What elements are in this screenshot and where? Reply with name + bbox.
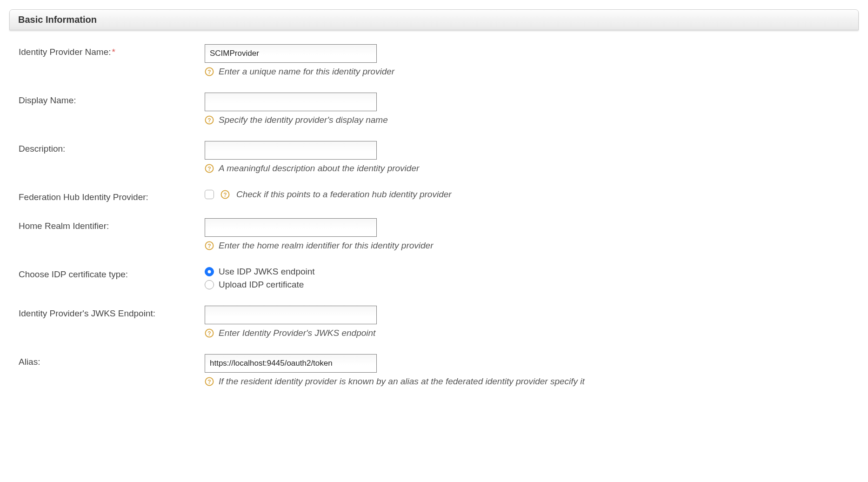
alias-input[interactable] — [205, 354, 377, 373]
row-home-realm: Home Realm Identifier: Enter the home re… — [19, 218, 849, 251]
help-icon[interactable] — [205, 241, 214, 250]
radio-option-upload[interactable]: Upload IDP certificate — [205, 280, 849, 290]
label-idp-name: Identity Provider Name:* — [19, 44, 205, 57]
required-star: * — [112, 47, 115, 57]
radio-upload[interactable] — [205, 280, 214, 289]
row-display-name: Display Name: Specify the identity provi… — [19, 93, 849, 125]
hint-jwks-endpoint: Enter Identity Provider's JWKS endpoint — [219, 328, 375, 338]
help-icon[interactable] — [220, 190, 230, 199]
hint-home-realm: Enter the home realm identifier for this… — [219, 241, 434, 251]
radio-option-jwks[interactable]: Use IDP JWKS endpoint — [205, 267, 849, 277]
label-alias: Alias: — [19, 354, 205, 367]
help-icon[interactable] — [205, 67, 214, 76]
section-header: Basic Information — [9, 9, 859, 30]
hint-alias: If the resident identity provider is kno… — [219, 376, 585, 387]
help-icon[interactable] — [205, 377, 214, 386]
hint-idp-name: Enter a unique name for this identity pr… — [219, 67, 394, 77]
row-federation-hub: Federation Hub Identity Provider: Check … — [19, 189, 849, 202]
cert-type-radio-group: Use IDP JWKS endpoint Upload IDP certifi… — [205, 267, 849, 290]
label-home-realm: Home Realm Identifier: — [19, 218, 205, 231]
hint-federation-hub: Check if this points to a federation hub… — [236, 189, 452, 200]
federation-hub-checkbox[interactable] — [205, 190, 214, 199]
basic-info-form: Identity Provider Name:* Enter a unique … — [0, 30, 868, 412]
row-jwks-endpoint: Identity Provider's JWKS Endpoint: Enter… — [19, 306, 849, 338]
display-name-input[interactable] — [205, 93, 377, 111]
section-title: Basic Information — [18, 14, 97, 25]
row-description: Description: A meaningful description ab… — [19, 141, 849, 174]
hint-description: A meaningful description about the ident… — [219, 163, 419, 174]
description-input[interactable] — [205, 141, 377, 160]
home-realm-input[interactable] — [205, 218, 377, 237]
help-icon[interactable] — [205, 115, 214, 125]
label-cert-type: Choose IDP certificate type: — [19, 267, 205, 280]
label-description: Description: — [19, 141, 205, 154]
jwks-endpoint-input[interactable] — [205, 306, 377, 324]
radio-jwks-label: Use IDP JWKS endpoint — [219, 267, 315, 277]
label-federation-hub: Federation Hub Identity Provider: — [19, 189, 205, 202]
help-icon[interactable] — [205, 328, 214, 338]
row-idp-name: Identity Provider Name:* Enter a unique … — [19, 44, 849, 77]
radio-upload-label: Upload IDP certificate — [219, 280, 304, 290]
label-idp-name-text: Identity Provider Name: — [19, 47, 111, 57]
radio-jwks[interactable] — [205, 267, 214, 276]
help-icon[interactable] — [205, 164, 214, 173]
hint-display-name: Specify the identity provider's display … — [219, 115, 388, 125]
label-display-name: Display Name: — [19, 93, 205, 106]
label-jwks-endpoint: Identity Provider's JWKS Endpoint: — [19, 306, 205, 319]
row-alias: Alias: If the resident identity provider… — [19, 354, 849, 387]
idp-name-input[interactable] — [205, 44, 377, 63]
row-cert-type: Choose IDP certificate type: Use IDP JWK… — [19, 267, 849, 290]
